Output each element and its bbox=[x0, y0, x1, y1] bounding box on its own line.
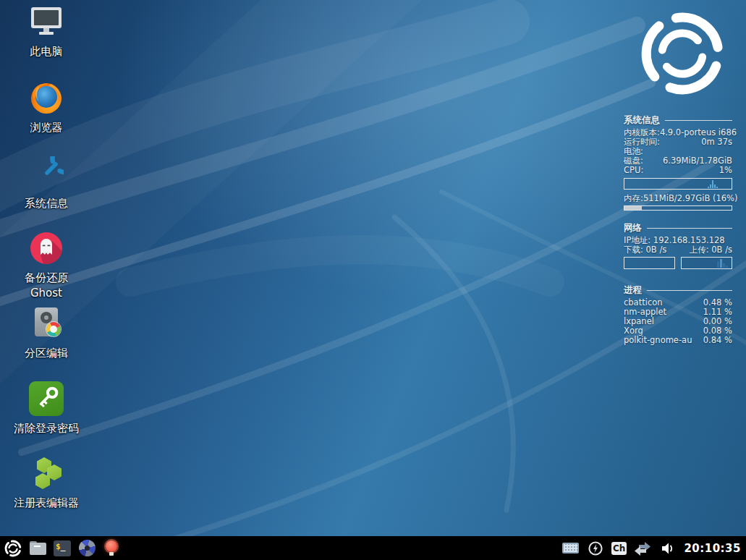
language-indicator[interactable]: Ch bbox=[611, 542, 627, 555]
uptime-value: 0m 37s bbox=[701, 137, 732, 147]
terminal-button[interactable]: $_ bbox=[53, 539, 72, 558]
desktop-icon-label: 分区编辑 bbox=[6, 346, 87, 361]
section-title: 网络 bbox=[624, 222, 642, 234]
process-row: polkit-gnome-au0.84 % bbox=[624, 336, 732, 345]
desktop-icon-browser[interactable]: 浏览器 bbox=[6, 80, 87, 135]
system-monitor: 系统信息 内核版本:4.9.0-porteus i686 运行时间:0m 37s… bbox=[624, 114, 732, 345]
porteus-menu-icon bbox=[4, 539, 22, 558]
section-title: 进程 bbox=[624, 284, 642, 297]
key-icon bbox=[29, 381, 64, 416]
process-name: polkit-gnome-au bbox=[624, 336, 692, 345]
desktop-icon-label: 注册表编辑器 bbox=[6, 496, 87, 511]
section-network: 网络 IP地址: 192.168.153.128 下载: 0B /s上传: 0B… bbox=[624, 222, 732, 269]
keyboard-layout-button[interactable] bbox=[561, 539, 580, 558]
process-cpu: 0.84 % bbox=[703, 336, 732, 345]
section-title: 系统信息 bbox=[624, 114, 660, 127]
upload-label: 上传: 0B /s bbox=[690, 245, 732, 255]
screenshot-button[interactable] bbox=[77, 539, 96, 558]
desktop-icon-label: 备份还原 bbox=[6, 271, 87, 286]
menu-button[interactable] bbox=[4, 539, 22, 558]
network-indicator[interactable] bbox=[633, 539, 652, 558]
shutter-icon bbox=[79, 540, 96, 556]
desktop-icon-label: 清除登录密码 bbox=[6, 421, 87, 436]
volume-indicator[interactable] bbox=[658, 539, 677, 558]
section-system-info: 系统信息 bbox=[624, 114, 732, 127]
ghost-icon bbox=[29, 231, 64, 266]
desktop-icon-label: 系统信息 bbox=[6, 196, 87, 211]
desktop-icon-label: 浏览器 bbox=[6, 120, 87, 135]
cpu-label: CPU: bbox=[624, 166, 643, 175]
desktop-icon-computer[interactable]: 此电脑 bbox=[6, 4, 87, 59]
porteus-logo bbox=[635, 6, 729, 101]
desktop-icon-ghost-backup[interactable]: 备份还原 Ghost bbox=[6, 231, 87, 301]
system-tray: Ch 20:10:35 bbox=[561, 539, 742, 558]
memory-bar-fill bbox=[624, 206, 642, 210]
registry-icon bbox=[29, 456, 64, 491]
folder-icon bbox=[30, 541, 46, 555]
battery-charging-icon bbox=[588, 540, 603, 556]
computer-icon bbox=[29, 4, 64, 39]
battery-indicator[interactable] bbox=[586, 539, 605, 558]
desktop: 此电脑 浏览器 bbox=[0, 0, 746, 536]
memory-value: 511MiB/2.97GiB (16%) bbox=[643, 194, 738, 203]
upload-graph bbox=[681, 257, 732, 269]
memory-bar bbox=[624, 205, 732, 211]
section-processes: 进程 cbatticon0.48 % nm-applet1.11 % lxpan… bbox=[624, 284, 732, 345]
upload-graph-bars bbox=[717, 259, 728, 268]
memory-label: 内存: bbox=[624, 194, 643, 203]
cpu-graph-bars bbox=[708, 180, 718, 188]
desktop-icon-partition-editor[interactable]: 分区编辑 bbox=[6, 306, 87, 361]
desktop-icon-sysinfo[interactable]: 系统信息 bbox=[6, 156, 87, 211]
network-arrows-icon bbox=[633, 540, 652, 556]
firefox-icon bbox=[29, 80, 64, 115]
download-graph bbox=[624, 257, 675, 269]
taskbar-clock[interactable]: 20:10:35 bbox=[684, 542, 742, 555]
cpu-graph bbox=[624, 178, 732, 190]
taskbar-launchers: $_ bbox=[4, 539, 121, 558]
terminal-icon: $_ bbox=[54, 540, 71, 556]
desktop-icon-sublabel: Ghost bbox=[6, 286, 87, 301]
keyboard-icon bbox=[562, 543, 579, 553]
desktop-icon-clear-password[interactable]: 清除登录密码 bbox=[6, 381, 87, 436]
desktop-icon-label: 此电脑 bbox=[6, 44, 87, 59]
bulb-icon bbox=[103, 540, 119, 557]
desktop-icon-registry-editor[interactable]: 注册表编辑器 bbox=[6, 456, 87, 511]
partition-editor-icon bbox=[29, 306, 64, 341]
file-manager-button[interactable] bbox=[28, 539, 47, 558]
cpu-value: 1% bbox=[719, 166, 732, 175]
power-saving-button[interactable] bbox=[102, 539, 121, 558]
speaker-icon bbox=[661, 541, 675, 556]
taskbar: $_ Ch bbox=[0, 536, 746, 560]
gauge-icon bbox=[29, 156, 64, 191]
download-label: 下载: 0B /s bbox=[624, 245, 666, 255]
